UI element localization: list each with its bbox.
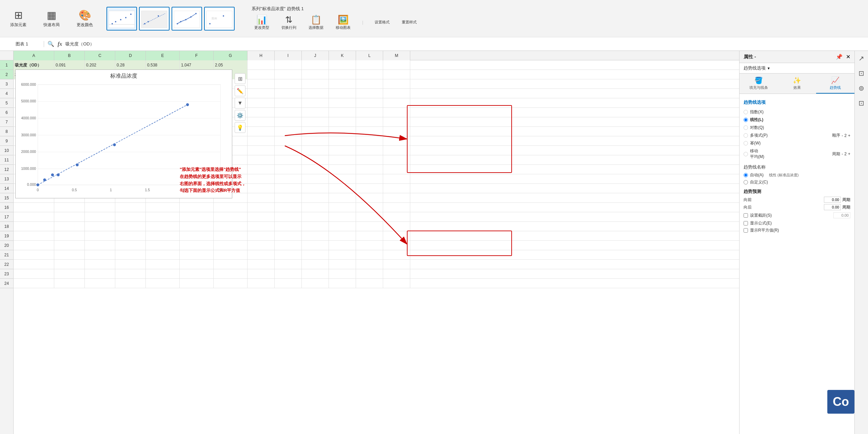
cell-g1[interactable]: 2.05 [214,60,248,70]
cell-h17[interactable] [248,212,275,222]
cell-i20[interactable] [275,241,302,250]
cell-l1[interactable] [356,60,383,70]
radio-auto-name[interactable] [744,173,748,177]
cell-c22[interactable] [85,260,115,269]
cell-l6[interactable] [356,108,383,117]
panel-close-icon[interactable]: ✕ [846,54,850,60]
cell-b19[interactable] [54,231,85,241]
cell-e19[interactable] [146,231,180,241]
chart-paint-btn[interactable]: ✏️ [235,85,245,96]
radio-power[interactable] [744,141,748,145]
right-icon-2[interactable]: ⊡ [859,69,864,77]
cell-d22[interactable] [115,260,146,269]
cell-l17[interactable] [356,212,383,222]
row-header-18[interactable]: 18 [0,222,13,231]
cell-m3[interactable] [383,79,410,89]
cell-g23[interactable] [214,269,248,279]
cell-i7[interactable] [275,117,302,127]
move-chart-btn[interactable]: 🖼️ 移动图表 [333,13,353,32]
cell-m12[interactable] [383,165,410,174]
cell-j22[interactable] [302,260,329,269]
cell-a16[interactable] [14,203,54,212]
cell-b23[interactable] [54,269,85,279]
cell-l14[interactable] [356,184,383,193]
quick-layout-btn[interactable]: ▦ 快速布局 [40,7,63,30]
switch-row-col-btn[interactable]: ⇅ 切换行列 [279,13,299,32]
cell-k7[interactable] [329,117,356,127]
cell-k10[interactable] [329,146,356,155]
cell-b22[interactable] [54,260,85,269]
row-header-12[interactable]: 12 [0,165,13,174]
cell-d1[interactable]: 0.28 [115,60,146,70]
cell-i8[interactable] [275,127,302,136]
cell-a22[interactable] [14,260,54,269]
tab-fill-line[interactable]: 🪣 填充与线条 [739,74,778,94]
cell-i1[interactable] [275,60,302,70]
cell-i11[interactable] [275,155,302,165]
row-header-10[interactable]: 10 [0,146,13,155]
chart-style-3[interactable] [172,7,202,31]
cell-k14[interactable] [329,184,356,193]
cell-l7[interactable] [356,117,383,127]
cell-k11[interactable] [329,155,356,165]
cell-h24[interactable] [248,279,275,288]
cell-f16[interactable] [180,203,214,212]
cell-h8[interactable] [248,127,275,136]
right-icon-4[interactable]: ⊡ [859,99,864,107]
cell-i13[interactable] [275,174,302,184]
cell-g21[interactable] [214,250,248,260]
cell-j24[interactable] [302,279,329,288]
col-header-k[interactable]: K [329,51,356,60]
row-header-11[interactable]: 11 [0,155,13,165]
row-header-5[interactable]: 5 [0,98,13,108]
cell-j11[interactable] [302,155,329,165]
cell-i19[interactable] [275,231,302,241]
col-header-g[interactable]: G [214,51,248,60]
cell-e16[interactable] [146,203,180,212]
col-header-h[interactable]: H [248,51,275,60]
cell-j8[interactable] [302,127,329,136]
checkbox-show-r-squared[interactable] [744,228,748,233]
cell-l21[interactable] [356,250,383,260]
radio-polynomial[interactable] [744,133,748,138]
radio-linear[interactable] [744,118,748,122]
cell-m17[interactable] [383,212,410,222]
radio-moving[interactable] [744,152,748,156]
cell-j14[interactable] [302,184,329,193]
cell-e1[interactable]: 0.538 [146,60,180,70]
cell-b18[interactable] [54,222,85,231]
chart-add-element-btn[interactable]: ⊞ [235,73,245,84]
row-header-13[interactable]: 13 [0,174,13,184]
cell-k17[interactable] [329,212,356,222]
cell-f21[interactable] [180,250,214,260]
cell-e21[interactable] [146,250,180,260]
cell-g24[interactable] [214,279,248,288]
radio-logarithm[interactable] [744,125,748,130]
cell-c1[interactable]: 0.202 [85,60,115,70]
cell-g16[interactable] [214,203,248,212]
row-header-16[interactable]: 16 [0,203,13,212]
cell-m4[interactable] [383,89,410,98]
cell-k24[interactable] [329,279,356,288]
cell-h16[interactable] [248,203,275,212]
forecast-backward-input[interactable] [824,204,841,210]
cell-l9[interactable] [356,136,383,146]
col-header-l[interactable]: L [356,51,383,60]
col-header-b[interactable]: B [54,51,85,60]
col-header-a[interactable]: A [14,51,54,60]
cell-m9[interactable] [383,136,410,146]
cell-g20[interactable] [214,241,248,250]
cell-k19[interactable] [329,231,356,241]
cell-e22[interactable] [146,260,180,269]
cell-m14[interactable] [383,184,410,193]
row-header-17[interactable]: 17 [0,212,13,222]
cell-k5[interactable] [329,98,356,108]
cell-l15[interactable] [356,193,383,203]
cell-h11[interactable] [248,155,275,165]
col-header-e[interactable]: E [146,51,180,60]
cell-m13[interactable] [383,174,410,184]
cell-j5[interactable] [302,98,329,108]
cell-j2[interactable] [302,70,329,79]
trendline-dropdown[interactable]: 趋势线选项 ▼ [739,63,854,74]
row-header-7[interactable]: 7 [0,117,13,127]
